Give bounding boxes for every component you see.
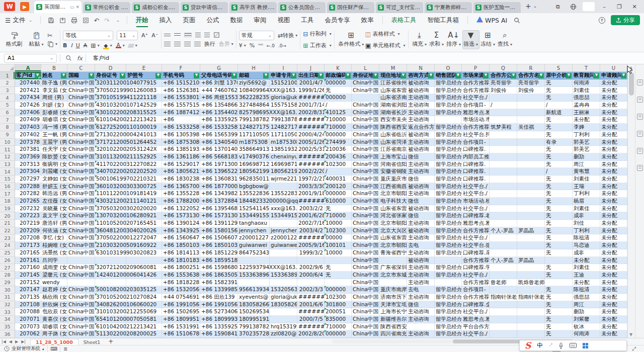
cell-K29[interactable] xyxy=(325,279,352,287)
cell-J4[interactable]: ######## xyxy=(297,94,325,102)
cell-H7[interactable]: 799138782 xyxy=(238,116,270,124)
cell-J28[interactable]: 2000/6/4 xyxy=(297,272,325,279)
cell-P23[interactable]: 社交平台./ xyxy=(462,234,490,242)
cell-R13[interactable] xyxy=(517,161,545,168)
cell-Q23[interactable] xyxy=(490,234,517,242)
minimize-button[interactable]: – xyxy=(599,2,610,11)
cell-T8[interactable]: 李婵 xyxy=(573,124,600,131)
求和-button[interactable]: Σ求和▾ xyxy=(428,31,445,49)
menu-tab-页面[interactable]: 页面 xyxy=(178,15,201,26)
cell-F16[interactable]: +86 13657006 xyxy=(162,183,200,191)
new-tab-button[interactable]: + xyxy=(525,2,531,10)
filter-dropdown-icon[interactable]: ▼ xyxy=(538,73,544,78)
header-cell-Q1[interactable]: 合作方公▼ xyxy=(490,72,517,79)
cell-A18[interactable]: 207265 xyxy=(15,198,41,205)
worksheet-button[interactable]: ⊞工作表▾ xyxy=(303,41,332,50)
menu-tab-视图[interactable]: 视图 xyxy=(272,15,296,26)
cell-P34[interactable]: 雅思考点.雅 xyxy=(462,316,490,323)
borders-button[interactable]: ⊞▾ xyxy=(91,42,100,49)
cell-M19[interactable]: 山东省东营 xyxy=(379,205,407,213)
cell-U29[interactable]: 未分配 xyxy=(600,279,627,287)
cell-F19[interactable]: +86 13220522 xyxy=(162,205,200,213)
cell-Q4[interactable] xyxy=(490,94,517,102)
fx-icon[interactable]: fx xyxy=(77,55,83,62)
column-header-A[interactable]: A xyxy=(15,64,41,71)
cell-P18[interactable]: 市场活动.校 xyxy=(462,198,490,205)
cell-C19[interactable]: China中国 xyxy=(67,205,95,213)
document-tab[interactable]: S英国留学生▭✕ xyxy=(34,1,82,13)
cell-N22[interactable]: 被动咨询 xyxy=(407,227,435,235)
cell-M15[interactable]: 重庆重庆市 xyxy=(379,175,407,183)
filter-dropdown-icon[interactable]: ▼ xyxy=(231,73,237,78)
cell-M33[interactable]: 上海市长宁 xyxy=(379,308,407,316)
cell-H29[interactable] xyxy=(238,279,270,287)
cell-C2[interactable]: China中国 xyxy=(67,79,95,87)
filter-dropdown-icon[interactable]: ▼ xyxy=(155,73,161,78)
cell-Q22[interactable]: 个人-罗晶 xyxy=(490,227,517,235)
cell-D32[interactable]: 340826200106060020 xyxy=(95,301,126,309)
filter-dropdown-icon[interactable]: ▼ xyxy=(373,73,378,78)
cell-K15[interactable]: 400031 xyxy=(325,175,352,183)
cell-B22[interactable]: 何依涵 (女 xyxy=(41,227,67,235)
cell-Q34[interactable] xyxy=(490,316,517,323)
cell-T21[interactable]: 刘佳 xyxy=(573,220,600,227)
cell-G11[interactable]: +86 1370140948 xyxy=(200,146,238,153)
microphone-icon[interactable] xyxy=(558,342,564,349)
cell-L15[interactable]: China中国 xyxy=(352,175,379,183)
cell-T6[interactable]: 王丽淋 xyxy=(573,109,600,117)
cell-J24[interactable]: 2005/9/16 xyxy=(297,242,325,249)
menu-tab-数据[interactable]: 数据 xyxy=(225,15,249,26)
cell-K18[interactable]: 610000 xyxy=(325,198,352,205)
cell-U8[interactable]: 未分配 xyxy=(600,124,627,131)
cell-K17[interactable]: 000000 xyxy=(325,190,352,198)
cell-U32[interactable]: 未分配 xyxy=(600,301,627,309)
cell-O30[interactable]: 留学总经办 xyxy=(435,286,462,294)
cell-B19[interactable]: 吴晓蔓 (女 xyxy=(41,205,67,213)
cell-L4[interactable] xyxy=(352,94,379,102)
name-box[interactable]: A1⌄ xyxy=(4,54,57,63)
cell-B30[interactable]: 赵君婷 (女 xyxy=(41,286,67,294)
cell-M7[interactable]: 西安市未央 xyxy=(379,116,407,124)
cell-S5[interactable]: / xyxy=(545,102,573,109)
cell-L5[interactable]: China中国 xyxy=(352,102,379,109)
cell-I5[interactable]: 155751588 xyxy=(270,102,297,109)
cell-G25[interactable]: +86 1851229020 xyxy=(200,249,238,257)
header-cell-O1[interactable]: 销售团队▼ xyxy=(435,72,462,79)
cell-L7[interactable]: China中国 xyxy=(352,116,379,124)
cell-A27[interactable]: 207160 xyxy=(15,264,41,272)
column-header-U[interactable]: U xyxy=(600,64,627,71)
sheet-tab-Sheet1[interactable]: Sheet1 xyxy=(78,339,106,345)
currency-button[interactable]: ¥▾ xyxy=(239,42,246,49)
cell-M34[interactable]: 新疆维吾尔 xyxy=(379,316,407,323)
menu-tab-表格工具[interactable]: 表格工具 xyxy=(386,15,422,26)
row-number[interactable]: 4 xyxy=(0,94,15,102)
cell-A4[interactable]: 207434 xyxy=(15,94,41,102)
cell-H35[interactable]: 799138782 xyxy=(238,323,270,331)
cell-I31[interactable]: gloria@uk xyxy=(270,294,297,301)
cell-U31[interactable]: 未分配 xyxy=(600,294,627,301)
cell-K6[interactable]: 410125 xyxy=(325,109,352,117)
cell-R16[interactable] xyxy=(517,183,545,191)
column-header-O[interactable]: O xyxy=(435,64,462,71)
cell-M4[interactable]: 山东省济南 xyxy=(379,94,407,102)
cell-F4[interactable]: +86 15538019 xyxy=(162,94,200,102)
cell-J18[interactable]: ######## xyxy=(297,198,325,205)
cell-C14[interactable]: China中国 xyxy=(67,168,95,175)
cell-J30[interactable]: 2002/3/3 xyxy=(297,286,325,294)
cell-Q26[interactable]: 个人-罗晶 xyxy=(490,257,517,265)
cell-I9[interactable]: 117110505 xyxy=(270,131,297,139)
cell-S20[interactable]: 无 xyxy=(545,212,573,220)
avatar[interactable] xyxy=(583,2,595,11)
row-number[interactable]: 19 xyxy=(0,205,15,213)
cell-F26[interactable]: +86 18101832 xyxy=(162,257,200,265)
cell-O33[interactable]: 留学总经办 xyxy=(435,308,462,316)
cell-D27[interactable]: 320721200209060081 xyxy=(95,264,126,272)
cell-F10[interactable]: +86 18753080 xyxy=(162,139,200,146)
cell-L27[interactable]: China中国 xyxy=(352,264,379,272)
cell-P30[interactable]: 合作项目- xyxy=(462,286,490,294)
cell-C21[interactable]: China中国 xyxy=(67,220,95,227)
cell-S8[interactable]: 无 xyxy=(545,124,573,131)
cell-Q31[interactable]: 指南针张老 xyxy=(490,294,517,301)
cell-U25[interactable]: 未分配 xyxy=(600,249,627,257)
align-right-button[interactable] xyxy=(184,42,191,46)
